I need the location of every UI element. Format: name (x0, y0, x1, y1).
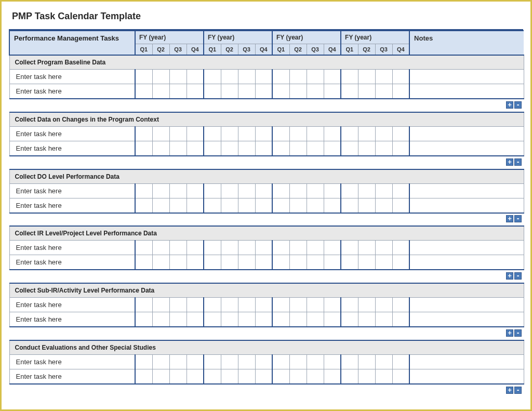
quarter-cell[interactable] (324, 198, 341, 213)
quarter-cell[interactable] (238, 141, 255, 156)
quarter-cell[interactable] (152, 141, 169, 156)
quarter-cell[interactable] (255, 241, 272, 255)
quarter-cell[interactable] (187, 198, 204, 213)
quarter-cell[interactable] (135, 183, 152, 198)
quarter-cell[interactable] (152, 126, 169, 141)
quarter-cell[interactable] (221, 298, 238, 312)
quarter-cell[interactable] (272, 183, 289, 198)
quarter-cell[interactable] (375, 198, 392, 213)
notes-cell[interactable] (409, 241, 524, 255)
quarter-cell[interactable] (358, 241, 375, 255)
quarter-cell[interactable] (307, 183, 324, 198)
quarter-cell[interactable] (169, 126, 187, 141)
quarter-cell[interactable] (221, 141, 238, 156)
quarter-cell[interactable] (307, 241, 324, 255)
quarter-cell[interactable] (152, 355, 169, 369)
quarter-cell[interactable] (238, 312, 255, 327)
quarter-cell[interactable] (238, 198, 255, 213)
quarter-cell[interactable] (238, 126, 255, 141)
quarter-cell[interactable] (272, 355, 289, 369)
quarter-cell[interactable] (307, 141, 324, 156)
quarter-cell[interactable] (358, 369, 375, 385)
quarter-cell[interactable] (324, 70, 341, 84)
quarter-cell[interactable] (204, 198, 221, 213)
quarter-cell[interactable] (221, 369, 238, 385)
task-cell[interactable]: Enter task here (9, 312, 135, 327)
quarter-cell[interactable] (255, 183, 272, 198)
quarter-cell[interactable] (255, 255, 272, 270)
quarter-cell[interactable] (255, 198, 272, 213)
quarter-cell[interactable] (272, 241, 289, 255)
quarter-cell[interactable] (324, 355, 341, 369)
notes-cell[interactable] (409, 183, 524, 198)
quarter-cell[interactable] (289, 312, 307, 327)
quarter-cell[interactable] (341, 369, 358, 385)
quarter-cell[interactable] (221, 255, 238, 270)
task-cell[interactable]: Enter task here (9, 355, 135, 369)
quarter-cell[interactable] (341, 183, 358, 198)
task-cell[interactable]: Enter task here (9, 141, 135, 156)
quarter-cell[interactable] (375, 183, 392, 198)
quarter-cell[interactable] (204, 70, 221, 84)
quarter-cell[interactable] (358, 255, 375, 270)
quarter-cell[interactable] (341, 84, 358, 99)
quarter-cell[interactable] (255, 126, 272, 141)
quarter-cell[interactable] (375, 126, 392, 141)
quarter-cell[interactable] (135, 70, 152, 84)
remove-row-button[interactable]: - (514, 329, 522, 337)
quarter-cell[interactable] (152, 369, 169, 385)
quarter-cell[interactable] (358, 312, 375, 327)
quarter-cell[interactable] (169, 369, 187, 385)
quarter-cell[interactable] (272, 255, 289, 270)
task-cell[interactable]: Enter task here (9, 241, 135, 255)
quarter-cell[interactable] (289, 298, 307, 312)
quarter-cell[interactable] (375, 369, 392, 385)
quarter-cell[interactable] (169, 241, 187, 255)
quarter-cell[interactable] (187, 141, 204, 156)
notes-cell[interactable] (409, 198, 524, 213)
quarter-cell[interactable] (187, 126, 204, 141)
quarter-cell[interactable] (358, 70, 375, 84)
quarter-cell[interactable] (307, 369, 324, 385)
quarter-cell[interactable] (324, 84, 341, 99)
quarter-cell[interactable] (238, 183, 255, 198)
task-cell[interactable]: Enter task here (9, 198, 135, 213)
quarter-cell[interactable] (392, 255, 409, 270)
quarter-cell[interactable] (392, 369, 409, 385)
quarter-cell[interactable] (375, 312, 392, 327)
quarter-cell[interactable] (204, 141, 221, 156)
quarter-cell[interactable] (341, 141, 358, 156)
quarter-cell[interactable] (392, 70, 409, 84)
notes-cell[interactable] (409, 355, 524, 369)
quarter-cell[interactable] (204, 241, 221, 255)
quarter-cell[interactable] (255, 70, 272, 84)
quarter-cell[interactable] (221, 84, 238, 99)
quarter-cell[interactable] (272, 298, 289, 312)
quarter-cell[interactable] (324, 298, 341, 312)
quarter-cell[interactable] (152, 312, 169, 327)
quarter-cell[interactable] (169, 70, 187, 84)
quarter-cell[interactable] (204, 355, 221, 369)
remove-row-button[interactable]: - (514, 215, 522, 222)
quarter-cell[interactable] (169, 198, 187, 213)
quarter-cell[interactable] (169, 84, 187, 99)
quarter-cell[interactable] (289, 70, 307, 84)
quarter-cell[interactable] (392, 84, 409, 99)
task-cell[interactable]: Enter task here (9, 298, 135, 312)
quarter-cell[interactable] (307, 198, 324, 213)
notes-cell[interactable] (409, 84, 524, 99)
quarter-cell[interactable] (289, 84, 307, 99)
add-row-button[interactable]: + (506, 387, 513, 394)
quarter-cell[interactable] (358, 84, 375, 99)
quarter-cell[interactable] (358, 298, 375, 312)
notes-cell[interactable] (409, 70, 524, 84)
quarter-cell[interactable] (289, 126, 307, 141)
quarter-cell[interactable] (238, 241, 255, 255)
quarter-cell[interactable] (289, 255, 307, 270)
quarter-cell[interactable] (358, 198, 375, 213)
quarter-cell[interactable] (255, 141, 272, 156)
quarter-cell[interactable] (272, 126, 289, 141)
quarter-cell[interactable] (272, 70, 289, 84)
quarter-cell[interactable] (341, 70, 358, 84)
quarter-cell[interactable] (272, 312, 289, 327)
